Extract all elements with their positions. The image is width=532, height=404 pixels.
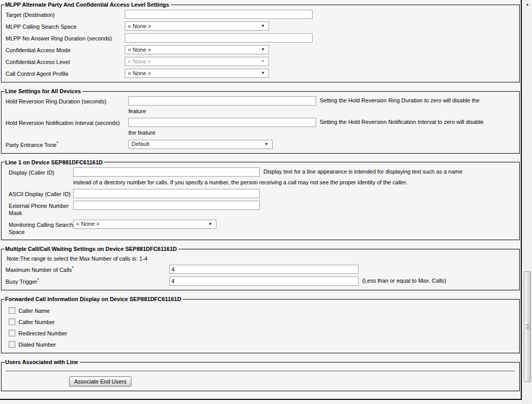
maximum-number-of-calls-label: Maximum Number of Calls* (6, 265, 169, 273)
section-line1-title: Line 1 on Device SEP881DFC61161D (5, 159, 104, 165)
row-caller-number: Caller Number (9, 318, 515, 325)
hold-reversion-ring-duration-note-wrap: feature (128, 108, 515, 115)
confidential-access-mode-select[interactable]: < None > ▼ (125, 45, 269, 54)
row-external-phone-number-mask: External Phone Number Mask (6, 201, 515, 217)
monitoring-calling-search-space-label: Monitoring Calling Search Space (9, 220, 73, 236)
display-caller-id-note: Display text for a line appearance is in… (263, 168, 462, 175)
confidential-access-mode-label: Confidential Access Mode (6, 45, 125, 54)
monitoring-calling-search-space-select[interactable]: < None > ▼ (73, 220, 216, 229)
target-destination-input[interactable] (125, 10, 313, 19)
caller-name-label: Caller Name (18, 308, 50, 314)
external-phone-number-mask-label: External Phone Number Mask (9, 201, 73, 217)
row-dialed-number: Dialed Number (9, 341, 515, 348)
dialed-number-checkbox[interactable] (9, 341, 15, 348)
call-control-agent-profile-label: Call Control Agent Profile (6, 69, 125, 77)
section-users-associated-title: Users Associated with Line (5, 359, 80, 365)
required-asterisk: * (72, 266, 74, 271)
row-maximum-number-of-calls: Maximum Number of Calls* (6, 265, 515, 274)
section-line-settings-title: Line Settings for All Devices (5, 88, 82, 94)
selected-value: < None > (128, 46, 151, 54)
caller-number-label: Caller Number (18, 319, 55, 325)
selected-value: < None > (128, 22, 151, 31)
row-ascii-display-caller-id: ASCII Display (Caller ID) (6, 189, 515, 198)
row-caller-name: Caller Name (9, 307, 515, 314)
required-asterisk: * (56, 140, 58, 145)
selected-value: Default (131, 140, 149, 148)
busy-trigger-label: Busy Trigger* (6, 277, 169, 285)
display-caller-id-input[interactable] (73, 167, 260, 177)
max-calls-range-note: Note:The range to select the Max Number … (7, 256, 515, 262)
display-caller-id-note-wrap: instead of a directory number for calls.… (73, 179, 515, 186)
dropdown-arrow-icon: ▼ (261, 71, 265, 75)
scrollbar-grip-icon (526, 324, 529, 329)
dropdown-arrow-icon: ▼ (261, 24, 265, 28)
redirected-number-label: Redirected Number (18, 330, 67, 336)
hold-reversion-notification-interval-note-wrap: the feature (128, 129, 515, 137)
scroll-up-arrow-icon: ▲ (525, 3, 529, 7)
confidential-access-level-select: < None > ▼ (125, 57, 269, 66)
row-party-entrance-tone: Party Entrance Tone* Default ▼ (6, 140, 515, 149)
required-asterisk: * (37, 278, 39, 283)
row-target-destination: Target (Destination) (6, 10, 515, 19)
mlpp-no-answer-ring-duration-label: MLPP No Answer Ring Duration (seconds) (6, 33, 125, 42)
display-caller-id-label: Display (Caller ID) (9, 167, 73, 176)
dropdown-arrow-icon: ▼ (208, 222, 212, 226)
section-line-settings-all-devices: Line Settings for All Devices Hold Rever… (1, 88, 520, 154)
vertical-scrollbar[interactable]: ▲ (522, 0, 532, 404)
party-entrance-tone-select[interactable]: Default ▼ (128, 140, 273, 149)
row-hold-reversion-notification-interval: Hold Reversion Notification Interval (se… (6, 118, 515, 137)
selected-value: < None > (128, 57, 151, 66)
ascii-display-caller-id-label: ASCII Display (Caller ID) (9, 189, 73, 198)
row-hold-reversion-ring-duration: Hold Reversion Ring Duration (seconds) S… (6, 96, 515, 115)
scrollbar-thumb[interactable] (524, 271, 531, 382)
selected-value: < None > (128, 69, 151, 78)
associate-end-users-button[interactable]: Associate End Users (69, 376, 131, 387)
row-display-caller-id: Display (Caller ID) Display text for a l… (6, 167, 515, 186)
row-redirected-number: Redirected Number (9, 330, 515, 336)
section-line1-on-device: Line 1 on Device SEP881DFC61161D Display… (1, 159, 520, 241)
row-monitoring-calling-search-space: Monitoring Calling Search Space < None >… (6, 220, 515, 236)
busy-trigger-note: (Less than or equal to Max. Calls) (362, 278, 446, 284)
external-phone-number-mask-input[interactable] (73, 201, 260, 210)
hold-reversion-ring-duration-label: Hold Reversion Ring Duration (seconds) (6, 96, 128, 105)
hold-reversion-ring-duration-note: Setting the Hold Reversion Ring Duration… (320, 97, 479, 103)
scrollbar-up-button[interactable]: ▲ (523, 0, 532, 9)
ascii-display-caller-id-input[interactable] (73, 189, 260, 198)
redirected-number-checkbox[interactable] (9, 330, 15, 336)
selected-value: < None > (76, 220, 99, 228)
dropdown-arrow-icon: ▼ (261, 48, 265, 52)
line-configuration-content: MLPP Alternate Party And Confidential Ac… (0, 0, 522, 400)
party-entrance-tone-label: Party Entrance Tone* (6, 140, 128, 148)
section-users-associated: Users Associated with Line Associate End… (1, 359, 520, 391)
dialed-number-label: Dialed Number (18, 342, 56, 348)
target-destination-label: Target (Destination) (6, 10, 125, 18)
mlpp-no-answer-ring-duration-input[interactable] (125, 33, 313, 42)
row-confidential-access-level: Confidential Access Level < None > ▼ (6, 57, 515, 66)
mlpp-calling-search-space-label: MLPP Calling Search Space (6, 22, 125, 30)
dropdown-arrow-icon: ▼ (264, 142, 269, 146)
row-call-control-agent-profile: Call Control Agent Profile < None > ▼ (6, 69, 515, 78)
row-confidential-access-mode: Confidential Access Mode < None > ▼ (6, 45, 515, 54)
section-forwarded-call-title: Forwarded Call Information Display on De… (5, 296, 183, 302)
hold-reversion-ring-duration-input[interactable] (128, 96, 316, 105)
caller-number-checkbox[interactable] (9, 318, 15, 325)
maximum-number-of-calls-input[interactable] (169, 265, 359, 274)
section-forwarded-call-display: Forwarded Call Information Display on De… (1, 296, 520, 353)
section-mlpp-title: MLPP Alternate Party And Confidential Ac… (5, 2, 171, 8)
row-busy-trigger: Busy Trigger* (Less than or equal to Max… (6, 277, 515, 286)
section-multiple-call-title: Multiple Call/Call Waiting Settings on D… (5, 246, 179, 252)
mlpp-calling-search-space-select[interactable]: < None > ▼ (125, 22, 269, 31)
busy-trigger-input[interactable] (169, 277, 359, 286)
row-mlpp-no-answer-ring-duration: MLPP No Answer Ring Duration (seconds) (6, 33, 515, 42)
call-control-agent-profile-select[interactable]: < None > ▼ (125, 69, 269, 78)
section-divider (6, 371, 515, 371)
dropdown-arrow-icon: ▼ (261, 59, 265, 63)
hold-reversion-notification-interval-note: Setting the Hold Reversion Notification … (320, 119, 483, 125)
section-mlpp-settings: MLPP Alternate Party And Confidential Ac… (1, 2, 520, 82)
confidential-access-level-label: Confidential Access Level (6, 57, 125, 66)
section-multiple-call-settings: Multiple Call/Call Waiting Settings on D… (1, 246, 520, 290)
hold-reversion-notification-interval-input[interactable] (128, 118, 316, 127)
row-mlpp-calling-search-space: MLPP Calling Search Space < None > ▼ (6, 22, 515, 31)
caller-name-checkbox[interactable] (9, 307, 15, 314)
hold-reversion-notification-interval-label: Hold Reversion Notification Interval (se… (6, 118, 128, 126)
